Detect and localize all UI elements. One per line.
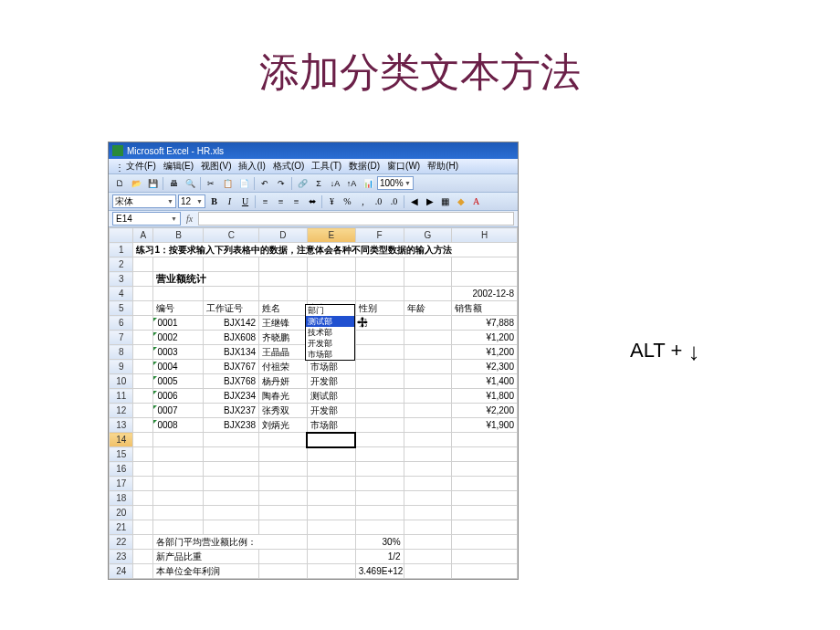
cell[interactable] [204,447,259,462]
cell[interactable] [452,272,518,287]
cell[interactable] [355,520,404,535]
italic-icon[interactable]: I [223,194,236,208]
row-header[interactable]: 24 [110,564,133,579]
bold-icon[interactable]: B [207,194,221,208]
cell[interactable] [404,520,452,535]
cell[interactable] [259,447,308,462]
cell[interactable]: BJX767 [204,360,259,374]
font-color-icon[interactable]: A [469,194,483,208]
cell[interactable] [355,345,404,360]
select-all-corner[interactable] [110,228,133,243]
cell[interactable]: BJX608 [204,331,259,345]
cell[interactable]: 本单位全年利润 [153,564,259,579]
cell[interactable] [204,287,259,301]
open-icon[interactable]: 📂 [129,176,143,191]
cell[interactable] [133,564,153,579]
cell[interactable]: BJX234 [204,389,259,404]
cell[interactable] [404,550,452,564]
indent-inc-icon[interactable]: ▶ [423,194,436,208]
cell[interactable] [404,345,452,360]
cell[interactable] [355,418,404,433]
cell[interactable]: 年龄 [404,301,452,316]
row-header[interactable]: 23 [110,550,133,564]
cell[interactable] [133,360,153,374]
cell[interactable] [307,491,355,506]
zoom-select[interactable]: 100%▼ [377,176,414,190]
cell[interactable]: 工作证号 [204,301,259,316]
cell[interactable]: ¥1,400 [452,374,518,389]
cell[interactable]: ¥1,200 [452,345,518,360]
cell[interactable]: 陶春光 [259,389,308,404]
percent-icon[interactable]: % [341,194,354,208]
cell[interactable] [404,491,452,506]
cell[interactable] [153,287,204,301]
cell[interactable]: 王继锋 [259,316,308,331]
cell[interactable] [355,257,404,272]
cell[interactable] [404,564,452,579]
cell[interactable]: 性别 [355,301,404,316]
row-header[interactable]: 12 [110,404,133,418]
row-header[interactable]: 10 [110,374,133,389]
menu-edit[interactable]: 编辑(E) [161,159,196,173]
cell[interactable] [452,257,518,272]
currency-icon[interactable]: ¥ [325,194,339,208]
cell[interactable] [452,535,518,550]
row-header[interactable]: 4 [110,287,133,301]
paste-icon[interactable]: 📄 [236,176,251,191]
row-header[interactable]: 6 [110,316,133,331]
cell[interactable]: 0005 [153,374,204,389]
cell[interactable]: ¥2,200 [452,404,518,418]
col-header-H[interactable]: H [452,228,518,243]
font-size-select[interactable]: 12▼ [178,194,205,208]
spreadsheet-grid[interactable]: A B C D E F G H 1练习1：按要求输入下列表格中的数据，注意体会各… [109,227,518,579]
cell[interactable] [153,447,204,462]
cell[interactable]: BJX134 [204,345,259,360]
cell[interactable]: ¥2,300 [452,360,518,374]
menu-insert[interactable]: 插入(I) [236,159,268,173]
cell[interactable]: 测试部 [307,389,355,404]
cell[interactable] [133,345,153,360]
cell[interactable] [404,433,452,447]
cell[interactable]: 0003 [153,345,204,360]
indent-dec-icon[interactable]: ◀ [407,194,421,208]
formula-bar[interactable] [198,212,514,226]
sort-asc-icon[interactable]: ↓A [328,176,342,191]
cell[interactable] [153,462,204,477]
comma-icon[interactable]: , [356,194,370,208]
cell[interactable]: BJX142 [204,316,259,331]
cell[interactable] [404,462,452,477]
cell[interactable] [307,447,355,462]
cell[interactable]: 编号 [153,301,204,316]
new-icon[interactable]: 🗋 [112,176,127,191]
cell[interactable]: 王晶晶 [259,345,308,360]
row-header[interactable]: 2 [110,257,133,272]
cell[interactable] [355,331,404,345]
cell[interactable]: 各部门平均营业额比例： [153,535,307,550]
cell[interactable]: 新产品比重 [153,550,259,564]
cell[interactable] [404,331,452,345]
cell[interactable] [259,257,308,272]
cell[interactable]: 市场部 [307,418,355,433]
cell[interactable] [259,491,308,506]
cell[interactable] [133,447,153,462]
row-header[interactable]: 1 [110,243,133,257]
cell[interactable] [259,287,308,301]
dropdown-item[interactable]: 市场部 [306,349,354,360]
cell[interactable]: 0007 [153,404,204,418]
cell[interactable] [452,506,518,520]
cell[interactable] [133,520,153,535]
cell[interactable] [307,535,355,550]
row-header[interactable]: 20 [110,506,133,520]
cell[interactable]: 练习1：按要求输入下列表格中的数据，注意体会各种不同类型数据的输入方法 [133,243,518,257]
col-header-D[interactable]: D [259,228,308,243]
cell[interactable] [404,477,452,491]
col-header-E[interactable]: E [307,228,355,243]
cell[interactable] [355,389,404,404]
cell[interactable] [355,360,404,374]
dropdown-item[interactable]: 开发部 [306,338,354,349]
active-cell[interactable] [307,433,355,447]
cell[interactable] [204,462,259,477]
cell[interactable] [452,520,518,535]
cell[interactable]: 市场部 [307,360,355,374]
undo-icon[interactable]: ↶ [257,176,272,191]
